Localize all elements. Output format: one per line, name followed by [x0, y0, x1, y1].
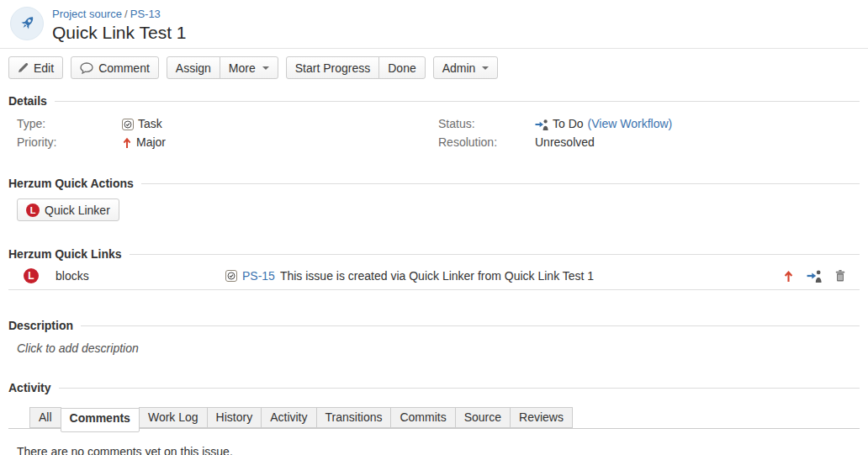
- status-value: To Do: [553, 115, 584, 133]
- priority-major-icon: [122, 137, 132, 149]
- section-rule: [81, 325, 860, 326]
- activity-section-title: Activity: [8, 381, 51, 394]
- priority-major-icon: [783, 270, 794, 283]
- pencil-icon: [18, 62, 29, 73]
- transition-group: Start Progress Done: [286, 56, 426, 79]
- breadcrumb: Project source/PS-13: [52, 8, 187, 21]
- priority-value: Major: [136, 134, 166, 151]
- type-field: Type: Task: [17, 115, 438, 133]
- comment-bubble-icon: [80, 62, 93, 74]
- priority-label: Priority:: [17, 134, 122, 151]
- resolution-value: Unresolved: [535, 134, 595, 151]
- tab-history[interactable]: History: [207, 407, 262, 428]
- resolution-label: Resolution:: [438, 134, 535, 151]
- no-comments-message: There are no comments yet on this issue.: [17, 445, 860, 455]
- assign-button-label: Assign: [176, 61, 211, 75]
- tab-commits[interactable]: Commits: [390, 407, 455, 428]
- done-button[interactable]: Done: [378, 56, 425, 79]
- status-label: Status:: [438, 115, 535, 133]
- details-module: Details Type: Task Priority: M: [8, 94, 860, 152]
- page-title: Quick Link Test 1: [52, 22, 187, 44]
- activity-tabs: All Comments Work Log History Activity T…: [8, 405, 860, 429]
- status-field: Status: To Do (View Workflow): [438, 115, 860, 133]
- priority-field: Priority: Major: [17, 134, 438, 151]
- tab-work-log[interactable]: Work Log: [139, 407, 208, 428]
- link-relation-label: blocks: [56, 269, 89, 283]
- linked-issue-summary: This issue is created via Quick Linker f…: [280, 269, 594, 283]
- status-todo-icon: [807, 269, 822, 283]
- workflow-ops-group: Assign More: [167, 56, 278, 79]
- description-placeholder[interactable]: Click to add description: [8, 332, 860, 355]
- issue-toolbar: Edit Comment Assign More Start Progress …: [0, 49, 868, 87]
- chevron-down-icon: [262, 66, 269, 70]
- start-progress-label: Start Progress: [295, 61, 370, 75]
- more-button-label: More: [229, 61, 256, 75]
- edit-button[interactable]: Edit: [8, 56, 63, 79]
- quick-actions-section-title: Herzum Quick Actions: [8, 177, 134, 190]
- issue-header: Project source/PS-13 Quick Link Test 1: [0, 0, 868, 49]
- tab-all[interactable]: All: [29, 407, 61, 428]
- type-value: Task: [138, 115, 162, 133]
- project-avatar: [10, 7, 44, 40]
- description-module: Description Click to add description: [8, 319, 860, 355]
- chevron-down-icon: [482, 66, 489, 70]
- breadcrumb-issue-link[interactable]: PS-13: [130, 8, 161, 20]
- quick-linker-icon: L: [26, 204, 40, 217]
- details-section-title: Details: [8, 94, 47, 108]
- section-rule: [141, 183, 860, 184]
- breadcrumb-separator: /: [124, 8, 128, 20]
- quick-linker-label: Quick Linker: [45, 204, 110, 217]
- section-rule: [130, 254, 860, 255]
- quick-actions-module: Herzum Quick Actions L Quick Linker: [8, 177, 860, 221]
- section-rule: [59, 388, 860, 389]
- breadcrumb-project-link[interactable]: Project source: [52, 8, 122, 20]
- status-todo-icon: [535, 119, 548, 130]
- delete-link-icon[interactable]: [834, 269, 846, 283]
- edit-button-label: Edit: [34, 61, 54, 75]
- more-button[interactable]: More: [220, 56, 278, 79]
- tab-activity[interactable]: Activity: [261, 407, 316, 428]
- comment-button-label: Comment: [98, 61, 150, 75]
- type-label: Type:: [17, 115, 122, 133]
- activity-module: Activity All Comments Work Log History A…: [8, 381, 860, 455]
- done-button-label: Done: [388, 61, 415, 75]
- start-progress-button[interactable]: Start Progress: [286, 56, 379, 79]
- admin-button-label: Admin: [442, 61, 476, 75]
- tab-comments[interactable]: Comments: [61, 408, 140, 432]
- quick-links-module: Herzum Quick Links L blocks PS-15 This i…: [8, 247, 860, 290]
- task-type-icon: [122, 119, 134, 130]
- section-rule: [55, 101, 860, 102]
- view-workflow-link[interactable]: (View Workflow): [588, 115, 673, 133]
- comment-button[interactable]: Comment: [71, 56, 159, 79]
- quick-link-row: L blocks PS-15 This issue is created via…: [8, 263, 860, 290]
- tab-source[interactable]: Source: [455, 407, 511, 428]
- admin-button[interactable]: Admin: [433, 56, 499, 79]
- rocket-icon: [17, 13, 37, 34]
- quick-linker-button[interactable]: L Quick Linker: [17, 198, 119, 221]
- tab-reviews[interactable]: Reviews: [510, 407, 573, 428]
- tab-transitions[interactable]: Transitions: [316, 407, 392, 428]
- quick-links-section-title: Herzum Quick Links: [8, 247, 122, 261]
- quick-linker-icon: L: [24, 268, 39, 283]
- task-type-icon: [225, 270, 237, 282]
- assign-button[interactable]: Assign: [167, 56, 220, 79]
- resolution-field: Resolution: Unresolved: [438, 134, 860, 151]
- linked-issue-key-link[interactable]: PS-15: [242, 269, 275, 283]
- description-section-title: Description: [8, 319, 73, 332]
